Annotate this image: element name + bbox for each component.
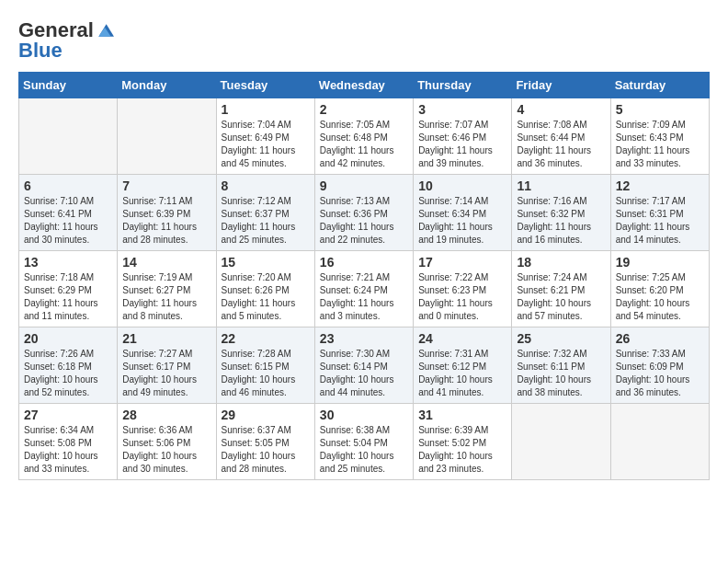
- day-info: Sunrise: 6:34 AM Sunset: 5:08 PM Dayligh…: [24, 424, 112, 476]
- day-number: 20: [24, 331, 112, 346]
- calendar-cell: 17Sunrise: 7:22 AM Sunset: 6:23 PM Dayli…: [414, 251, 512, 327]
- calendar-cell: 8Sunrise: 7:12 AM Sunset: 6:37 PM Daylig…: [216, 175, 314, 251]
- header-row: SundayMondayTuesdayWednesdayThursdayFrid…: [19, 73, 710, 98]
- header-cell-saturday: Saturday: [610, 73, 709, 98]
- day-info: Sunrise: 7:04 AM Sunset: 6:49 PM Dayligh…: [222, 119, 310, 170]
- calendar-cell: 11Sunrise: 7:16 AM Sunset: 6:32 PM Dayli…: [512, 175, 610, 251]
- week-row-2: 6Sunrise: 7:10 AM Sunset: 6:41 PM Daylig…: [19, 175, 710, 251]
- day-number: 11: [517, 178, 605, 193]
- calendar-cell: 14Sunrise: 7:19 AM Sunset: 6:27 PM Dayli…: [118, 251, 216, 327]
- calendar-cell: 13Sunrise: 7:18 AM Sunset: 6:29 PM Dayli…: [19, 251, 118, 327]
- header-cell-wednesday: Wednesday: [314, 73, 413, 98]
- day-number: 9: [320, 178, 408, 193]
- day-info: Sunrise: 6:36 AM Sunset: 5:06 PM Dayligh…: [122, 424, 210, 476]
- calendar-cell: 20Sunrise: 7:26 AM Sunset: 6:18 PM Dayli…: [19, 327, 118, 404]
- logo-icon: [96, 21, 114, 40]
- day-info: Sunrise: 7:19 AM Sunset: 6:27 PM Dayligh…: [122, 271, 210, 323]
- day-number: 10: [418, 178, 506, 193]
- calendar-cell: 7Sunrise: 7:11 AM Sunset: 6:39 PM Daylig…: [118, 175, 216, 251]
- page-header: General Blue: [18, 18, 710, 63]
- day-info: Sunrise: 7:10 AM Sunset: 6:41 PM Dayligh…: [24, 195, 112, 247]
- calendar-cell: 9Sunrise: 7:13 AM Sunset: 6:36 PM Daylig…: [314, 175, 413, 251]
- day-number: 16: [320, 255, 408, 270]
- calendar-cell: 12Sunrise: 7:17 AM Sunset: 6:31 PM Dayli…: [610, 175, 709, 251]
- day-info: Sunrise: 7:13 AM Sunset: 6:36 PM Dayligh…: [320, 195, 408, 247]
- day-info: Sunrise: 7:22 AM Sunset: 6:23 PM Dayligh…: [418, 271, 506, 323]
- day-number: 17: [418, 255, 506, 270]
- day-info: Sunrise: 7:14 AM Sunset: 6:34 PM Dayligh…: [418, 195, 506, 247]
- day-number: 12: [616, 178, 704, 193]
- calendar-cell: 3Sunrise: 7:07 AM Sunset: 6:46 PM Daylig…: [414, 98, 512, 175]
- day-number: 25: [517, 331, 605, 346]
- calendar-cell: 22Sunrise: 7:28 AM Sunset: 6:15 PM Dayli…: [216, 327, 314, 404]
- calendar-cell: [19, 98, 118, 175]
- calendar-cell: 2Sunrise: 7:05 AM Sunset: 6:48 PM Daylig…: [314, 98, 413, 175]
- week-row-1: 1Sunrise: 7:04 AM Sunset: 6:49 PM Daylig…: [19, 98, 710, 175]
- calendar-body: 1Sunrise: 7:04 AM Sunset: 6:49 PM Daylig…: [19, 98, 710, 480]
- day-number: 23: [320, 331, 408, 346]
- calendar-cell: 31Sunrise: 6:39 AM Sunset: 5:02 PM Dayli…: [414, 404, 512, 480]
- calendar-cell: 5Sunrise: 7:09 AM Sunset: 6:43 PM Daylig…: [610, 98, 709, 175]
- calendar-cell: 19Sunrise: 7:25 AM Sunset: 6:20 PM Dayli…: [610, 251, 709, 327]
- header-cell-sunday: Sunday: [19, 73, 118, 98]
- day-info: Sunrise: 7:24 AM Sunset: 6:21 PM Dayligh…: [517, 271, 605, 323]
- day-number: 6: [24, 178, 112, 193]
- day-info: Sunrise: 7:25 AM Sunset: 6:20 PM Dayligh…: [616, 271, 704, 323]
- day-info: Sunrise: 6:38 AM Sunset: 5:04 PM Dayligh…: [320, 424, 408, 476]
- day-info: Sunrise: 7:32 AM Sunset: 6:11 PM Dayligh…: [517, 348, 605, 399]
- calendar-cell: 27Sunrise: 6:34 AM Sunset: 5:08 PM Dayli…: [19, 404, 118, 480]
- logo: General Blue: [18, 18, 114, 63]
- logo-blue-text: Blue: [18, 39, 63, 63]
- calendar-cell: 6Sunrise: 7:10 AM Sunset: 6:41 PM Daylig…: [19, 175, 118, 251]
- day-number: 21: [122, 331, 210, 346]
- day-info: Sunrise: 6:39 AM Sunset: 5:02 PM Dayligh…: [418, 424, 506, 476]
- day-number: 30: [320, 408, 408, 422]
- calendar-cell: 18Sunrise: 7:24 AM Sunset: 6:21 PM Dayli…: [512, 251, 610, 327]
- day-number: 31: [418, 408, 506, 422]
- day-number: 2: [320, 102, 408, 117]
- day-info: Sunrise: 7:26 AM Sunset: 6:18 PM Dayligh…: [24, 348, 112, 399]
- calendar-cell: [512, 404, 610, 480]
- calendar-cell: 30Sunrise: 6:38 AM Sunset: 5:04 PM Dayli…: [314, 404, 413, 480]
- day-number: 18: [517, 255, 605, 270]
- calendar-cell: 29Sunrise: 6:37 AM Sunset: 5:05 PM Dayli…: [216, 404, 314, 480]
- day-number: 28: [122, 408, 210, 422]
- calendar-cell: 10Sunrise: 7:14 AM Sunset: 6:34 PM Dayli…: [414, 175, 512, 251]
- day-number: 1: [222, 102, 310, 117]
- day-info: Sunrise: 7:33 AM Sunset: 6:09 PM Dayligh…: [616, 348, 704, 399]
- day-info: Sunrise: 7:30 AM Sunset: 6:14 PM Dayligh…: [320, 348, 408, 399]
- header-cell-tuesday: Tuesday: [216, 73, 314, 98]
- day-number: 8: [222, 178, 310, 193]
- header-cell-monday: Monday: [118, 73, 216, 98]
- day-number: 22: [222, 331, 310, 346]
- day-info: Sunrise: 7:20 AM Sunset: 6:26 PM Dayligh…: [222, 271, 310, 323]
- day-number: 15: [222, 255, 310, 270]
- day-info: Sunrise: 7:07 AM Sunset: 6:46 PM Dayligh…: [418, 119, 506, 170]
- day-number: 19: [616, 255, 704, 270]
- day-number: 29: [222, 408, 310, 422]
- calendar-cell: 26Sunrise: 7:33 AM Sunset: 6:09 PM Dayli…: [610, 327, 709, 404]
- day-info: Sunrise: 6:37 AM Sunset: 5:05 PM Dayligh…: [222, 424, 310, 476]
- calendar-cell: 23Sunrise: 7:30 AM Sunset: 6:14 PM Dayli…: [314, 327, 413, 404]
- day-info: Sunrise: 7:16 AM Sunset: 6:32 PM Dayligh…: [517, 195, 605, 247]
- calendar-cell: 25Sunrise: 7:32 AM Sunset: 6:11 PM Dayli…: [512, 327, 610, 404]
- week-row-3: 13Sunrise: 7:18 AM Sunset: 6:29 PM Dayli…: [19, 251, 710, 327]
- day-info: Sunrise: 7:28 AM Sunset: 6:15 PM Dayligh…: [222, 348, 310, 399]
- day-number: 24: [418, 331, 506, 346]
- calendar-cell: [118, 98, 216, 175]
- calendar-cell: 24Sunrise: 7:31 AM Sunset: 6:12 PM Dayli…: [414, 327, 512, 404]
- day-info: Sunrise: 7:11 AM Sunset: 6:39 PM Dayligh…: [122, 195, 210, 247]
- calendar-cell: 21Sunrise: 7:27 AM Sunset: 6:17 PM Dayli…: [118, 327, 216, 404]
- header-cell-friday: Friday: [512, 73, 610, 98]
- week-row-4: 20Sunrise: 7:26 AM Sunset: 6:18 PM Dayli…: [19, 327, 710, 404]
- day-info: Sunrise: 7:27 AM Sunset: 6:17 PM Dayligh…: [122, 348, 210, 399]
- day-info: Sunrise: 7:12 AM Sunset: 6:37 PM Dayligh…: [222, 195, 310, 247]
- day-number: 13: [24, 255, 112, 270]
- day-info: Sunrise: 7:18 AM Sunset: 6:29 PM Dayligh…: [24, 271, 112, 323]
- day-info: Sunrise: 7:31 AM Sunset: 6:12 PM Dayligh…: [418, 348, 506, 399]
- calendar-cell: 15Sunrise: 7:20 AM Sunset: 6:26 PM Dayli…: [216, 251, 314, 327]
- calendar-table: SundayMondayTuesdayWednesdayThursdayFrid…: [18, 72, 710, 480]
- day-number: 27: [24, 408, 112, 422]
- calendar-cell: 4Sunrise: 7:08 AM Sunset: 6:44 PM Daylig…: [512, 98, 610, 175]
- calendar-cell: 1Sunrise: 7:04 AM Sunset: 6:49 PM Daylig…: [216, 98, 314, 175]
